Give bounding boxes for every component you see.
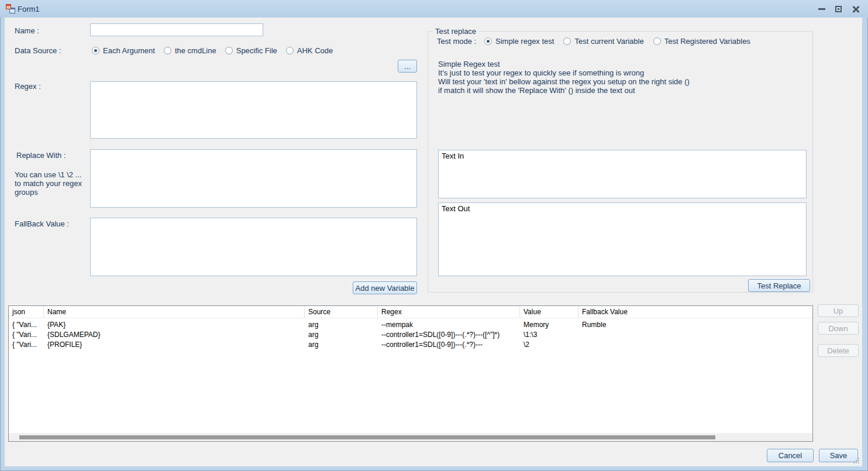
test-mode-label: Test mode : [437, 37, 476, 46]
radio-circle-icon [225, 47, 233, 54]
resize-grip[interactable] [853, 458, 860, 464]
delete-button[interactable]: Delete [818, 344, 859, 357]
table-row[interactable]: { "Vari... {SDLGAMEPAD} arg --controller… [9, 329, 812, 339]
variables-table: json Name Source Regex Value Fallback Va… [8, 305, 813, 442]
table-cell: arg [305, 339, 378, 349]
add-new-variable-button[interactable]: Add new Variable [353, 281, 417, 294]
radio-each-argument[interactable]: Each Argument [92, 46, 155, 55]
client-area: Name : Data Source : Each Argument the c… [5, 18, 862, 466]
name-label: Name : [15, 26, 39, 35]
column-header-regex[interactable]: Regex [378, 306, 520, 318]
regex-label: Regex : [15, 82, 41, 91]
radio-label: Specific File [236, 46, 277, 55]
test-replace-group-title: Test replace [433, 27, 478, 36]
replace-with-hint: You can use \1 \2 ... to match your rege… [15, 170, 82, 197]
table-cell: --controller1=SDL([0-9])---(.*?)--- [378, 339, 520, 349]
test-replace-button[interactable]: Test Replace [748, 279, 810, 292]
radio-label: Test Registered Variables [664, 37, 750, 46]
data-source-label: Data Source : [15, 46, 61, 55]
table-cell [578, 329, 812, 339]
test-mode-radios: Simple regex test Test current Variable … [484, 36, 750, 46]
radio-test-registered-variables[interactable]: Test Registered Variables [653, 37, 750, 46]
table-cell: { "Vari... [9, 329, 44, 339]
text-out-input[interactable]: Text Out [438, 202, 807, 276]
regex-input[interactable] [90, 81, 417, 139]
column-header-fallback-value[interactable]: Fallback Value [578, 306, 812, 318]
radio-circle-icon [563, 37, 571, 45]
radio-label: the cmdLine [175, 46, 216, 55]
test-mode-description: Simple Regex test It's just to test your… [438, 60, 690, 95]
table-cell: \1:\3 [520, 329, 578, 339]
test-replace-group: Test replace Test mode : Simple regex te… [428, 31, 813, 293]
fallback-label: FallBack Value : [15, 219, 69, 228]
radio-label: AHK Code [297, 46, 333, 55]
column-header-source[interactable]: Source [305, 306, 378, 318]
window-title: Form1 [18, 5, 40, 13]
table-cell: Memory [520, 319, 578, 329]
cancel-button[interactable]: Cancel [767, 449, 814, 462]
radio-simple-regex-test[interactable]: Simple regex test [484, 37, 554, 46]
down-button[interactable]: Down [818, 322, 859, 335]
horizontal-scrollbar[interactable] [9, 433, 812, 441]
table-cell: Rumble [578, 319, 812, 329]
column-header-value[interactable]: Value [520, 306, 578, 318]
table-cell: arg [305, 319, 378, 329]
table-cell: {SDLGAMEPAD} [44, 329, 305, 339]
table-cell [578, 339, 812, 349]
save-button[interactable]: Save [819, 449, 858, 462]
name-input[interactable] [90, 23, 263, 36]
radio-label: Simple regex test [495, 37, 554, 46]
restore-button[interactable] [835, 5, 843, 13]
replace-with-input[interactable] [90, 149, 417, 208]
radio-circle-icon [92, 47, 99, 54]
minimize-button[interactable] [818, 5, 826, 13]
radio-circle-icon [653, 37, 661, 45]
restore-icon [835, 6, 842, 12]
table-body: { "Vari... {PAK} arg --mempak Memory Rum… [9, 318, 812, 349]
minimize-icon [818, 8, 825, 10]
scrollbar-thumb[interactable] [19, 435, 715, 439]
table-cell: { "Vari... [9, 319, 44, 329]
radio-label: Each Argument [103, 46, 155, 55]
column-header-json[interactable]: json [9, 306, 44, 318]
window: Form1 Name : Data Source : Each Argument… [0, 0, 868, 471]
close-icon [852, 5, 860, 13]
close-button[interactable] [852, 5, 860, 13]
radio-the-cmdline[interactable]: the cmdLine [164, 46, 216, 55]
form-icon [6, 4, 15, 13]
radio-ahk-code[interactable]: AHK Code [286, 46, 333, 55]
radio-circle-icon [286, 47, 294, 54]
radio-circle-icon [484, 37, 492, 45]
table-cell: {PAK} [44, 319, 305, 329]
table-header: json Name Source Regex Value Fallback Va… [9, 306, 812, 318]
radio-label: Test current Variable [574, 37, 643, 46]
up-button[interactable]: Up [818, 304, 859, 317]
table-cell: arg [305, 329, 378, 339]
replace-with-label: Replace With : [16, 151, 66, 160]
table-cell: \2 [520, 339, 578, 349]
browse-button[interactable]: ... [398, 60, 417, 73]
table-cell: --mempak [378, 319, 520, 329]
column-header-name[interactable]: Name [44, 306, 305, 318]
text-in-input[interactable]: Text In [438, 150, 807, 198]
table-row[interactable]: { "Vari... {PROFILE} arg --controller1=S… [9, 339, 812, 349]
fallback-input[interactable] [90, 218, 417, 276]
table-cell: {PROFILE} [44, 339, 305, 349]
radio-specific-file[interactable]: Specific File [225, 46, 277, 55]
data-source-radios: Each Argument the cmdLine Specific File … [92, 46, 333, 55]
table-row[interactable]: { "Vari... {PAK} arg --mempak Memory Rum… [9, 319, 812, 329]
table-cell: { "Vari... [9, 339, 44, 349]
titlebar[interactable]: Form1 [0, 0, 868, 18]
radio-test-current-variable[interactable]: Test current Variable [563, 37, 643, 46]
radio-circle-icon [164, 47, 171, 54]
table-cell: --controller1=SDL([0-9])---(.*?)---([^"]… [378, 329, 520, 339]
